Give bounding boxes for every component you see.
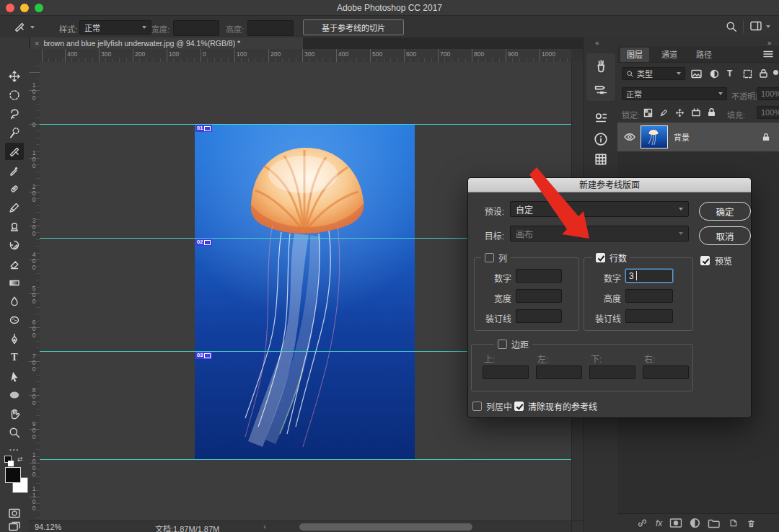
blend-mode-dropdown[interactable]: 正常 xyxy=(622,87,727,100)
spot-healing-tool[interactable] xyxy=(5,180,24,198)
delete-layer-icon[interactable] xyxy=(746,518,757,529)
history-brush-tool[interactable] xyxy=(5,236,24,254)
swap-colors-icon[interactable]: ⇄ xyxy=(17,456,23,463)
lock-pixels-icon[interactable] xyxy=(659,108,669,118)
layer-visibility-eye-icon[interactable] xyxy=(623,132,636,142)
document-tab[interactable]: × brown and blue jellyfish underwater.jp… xyxy=(30,37,303,49)
lasso-tool[interactable] xyxy=(5,105,24,123)
quick-selection-tool[interactable] xyxy=(5,124,24,141)
col-width-input[interactable] xyxy=(516,289,562,303)
center-columns-checkbox-row[interactable]: 列居中 xyxy=(472,400,512,412)
tab-channels[interactable]: 通道 xyxy=(655,48,684,62)
status-chevron-icon[interactable]: › xyxy=(263,522,266,531)
filter-shape-layers-icon[interactable] xyxy=(743,69,752,79)
filter-adjustment-layers-icon[interactable] xyxy=(710,69,719,79)
marquee-tool[interactable] xyxy=(5,87,24,104)
foreground-color-swatch[interactable] xyxy=(5,467,21,483)
search-icon[interactable] xyxy=(725,20,738,33)
new-group-icon[interactable] xyxy=(708,518,721,528)
brush-tool[interactable] xyxy=(5,199,24,216)
link-layers-icon[interactable] xyxy=(636,517,648,529)
fill-dropdown[interactable]: 100% xyxy=(757,106,779,119)
clear-guides-checkbox[interactable] xyxy=(514,402,524,411)
ruler-corner[interactable] xyxy=(29,49,40,63)
layer-row-background[interactable]: 背景 xyxy=(617,123,779,151)
default-colors-icon[interactable] xyxy=(4,456,14,466)
filter-type-dropdown[interactable]: 类型 xyxy=(622,67,685,80)
lock-artboard-icon[interactable] xyxy=(691,108,701,118)
foreground-background-colors[interactable] xyxy=(5,467,28,493)
zoom-level[interactable]: 94.12% xyxy=(35,523,61,531)
col-number-input[interactable] xyxy=(516,269,562,283)
canvas-image[interactable] xyxy=(195,124,415,459)
gradient-tool[interactable] xyxy=(5,274,24,291)
horizontal-scrollbar-thumb[interactable] xyxy=(299,523,472,531)
margin-left-input[interactable] xyxy=(536,365,582,379)
center-columns-checkbox[interactable] xyxy=(472,402,482,411)
margins-checkbox-row[interactable]: 边距 xyxy=(494,338,532,350)
layer-thumbnail[interactable] xyxy=(641,125,668,148)
slice-tool-active[interactable] xyxy=(5,143,24,160)
height-input[interactable] xyxy=(247,20,294,36)
new-layer-icon[interactable] xyxy=(728,518,739,528)
ok-button[interactable]: 确定 xyxy=(699,202,751,221)
screen-mode-button[interactable] xyxy=(5,518,24,532)
filter-type-layers-icon[interactable]: T xyxy=(727,68,732,79)
pen-tool[interactable] xyxy=(5,330,24,347)
collapse-dock-icon[interactable]: « xyxy=(595,39,599,47)
close-tab-icon[interactable]: × xyxy=(35,39,39,48)
columns-checkbox[interactable] xyxy=(485,253,494,262)
type-tool[interactable]: T xyxy=(5,349,24,366)
add-layer-mask-icon[interactable] xyxy=(669,518,682,528)
dialog-title[interactable]: 新建参考线版面 xyxy=(468,178,751,192)
character-panel-button[interactable] xyxy=(593,151,609,167)
filter-pixel-layers-icon[interactable] xyxy=(691,69,702,79)
path-selection-tool[interactable] xyxy=(5,368,24,385)
sponge-tool[interactable] xyxy=(5,311,24,329)
row-gutter-input[interactable] xyxy=(625,309,673,323)
rows-checkbox[interactable] xyxy=(596,253,605,262)
row-number-input[interactable] xyxy=(625,269,673,283)
new-adjustment-layer-icon[interactable] xyxy=(690,518,700,528)
row-height-input[interactable] xyxy=(625,289,673,303)
clone-stamp-tool[interactable] xyxy=(5,218,24,235)
eraser-tool[interactable] xyxy=(5,255,24,272)
tab-layers[interactable]: 图层 xyxy=(620,48,649,62)
opacity-dropdown[interactable]: 100% xyxy=(757,87,779,100)
eyedropper-tool[interactable] xyxy=(5,161,24,179)
cancel-button[interactable]: 取消 xyxy=(699,226,751,245)
hand-tool[interactable] xyxy=(5,405,24,422)
layer-style-fx-icon[interactable]: fx xyxy=(656,518,662,528)
margins-checkbox[interactable] xyxy=(498,340,507,349)
blur-tool[interactable] xyxy=(5,293,24,310)
clear-guides-checkbox-row[interactable]: 清除现有的参考线 xyxy=(514,400,597,412)
workspace-switcher-icon[interactable] xyxy=(750,21,762,32)
slices-from-guides-button[interactable]: 基于参考线的切片 xyxy=(303,19,404,35)
preview-checkbox[interactable] xyxy=(700,256,710,265)
rows-checkbox-row[interactable]: 行数 xyxy=(592,252,630,264)
margin-right-input[interactable] xyxy=(643,365,689,379)
preview-checkbox-row[interactable]: 预览 xyxy=(700,254,732,267)
filter-toggle-icon[interactable] xyxy=(773,70,778,75)
lock-transparency-icon[interactable] xyxy=(643,108,653,118)
chevron-down-icon[interactable] xyxy=(766,25,770,28)
brushes-panel-button[interactable] xyxy=(593,81,609,97)
columns-checkbox-row[interactable]: 列 xyxy=(481,252,511,264)
style-dropdown[interactable]: 正常 xyxy=(79,20,151,35)
width-input[interactable] xyxy=(173,20,219,36)
tool-preset-chevron-icon[interactable] xyxy=(30,26,35,29)
lock-all-icon[interactable] xyxy=(707,107,716,118)
zoom-tool[interactable] xyxy=(5,424,24,441)
info-panel-button[interactable] xyxy=(593,131,609,147)
guide-line-1[interactable] xyxy=(40,124,571,125)
brush-presets-panel-button[interactable] xyxy=(593,58,609,74)
panel-menu-icon[interactable] xyxy=(763,50,773,58)
filter-smart-objects-icon[interactable] xyxy=(759,68,768,79)
col-gutter-input[interactable] xyxy=(516,309,562,323)
guide-line-4[interactable] xyxy=(40,459,571,460)
shape-tool[interactable] xyxy=(5,386,24,404)
move-tool[interactable] xyxy=(5,68,24,85)
vertical-ruler[interactable]: 100 0 100 200 300 400 500 600 700 800 90… xyxy=(29,62,40,520)
clone-source-panel-button[interactable] xyxy=(593,110,609,125)
lock-position-icon[interactable] xyxy=(675,108,685,118)
